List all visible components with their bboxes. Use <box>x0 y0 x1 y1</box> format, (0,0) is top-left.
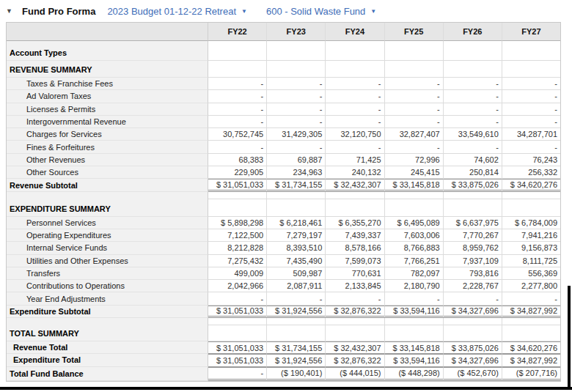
value-cell: 9,156,873 <box>502 242 560 254</box>
value-cell: - <box>385 78 444 90</box>
value-cell: 7,770,267 <box>444 229 502 242</box>
value-cell: $ 31,051,033 <box>208 341 267 354</box>
value-cell: 245,415 <box>385 166 444 179</box>
value-cell <box>267 318 326 325</box>
table-row: Utilities and Other Expenses7,275,4327,4… <box>7 255 560 267</box>
value-cell <box>502 318 560 325</box>
value-cell: 8,111,725 <box>502 255 560 267</box>
value-cell: - <box>444 103 502 116</box>
value-cell: $ 34,620,276 <box>502 179 560 191</box>
table-row: Year End Adjustments------ <box>7 292 560 305</box>
value-cell: - <box>208 116 267 128</box>
row-label: Taxes & Franchise Fees <box>7 78 208 90</box>
budget-version-label: 2023 Budget 01-12-22 Retreat <box>107 6 236 17</box>
value-cell: $ 31,734,155 <box>267 179 326 191</box>
value-cell: $ 6,218,461 <box>267 217 326 229</box>
value-cell: - <box>444 90 502 103</box>
row-label <box>7 192 208 199</box>
row-label <box>7 318 208 325</box>
row-label: Total Fund Balance <box>7 367 208 381</box>
value-cell <box>385 61 444 78</box>
value-cell <box>502 192 560 199</box>
value-cell: $ 34,827,992 <box>502 354 560 366</box>
value-cell: 2,180,790 <box>385 280 444 292</box>
value-cell: 770,631 <box>326 267 384 280</box>
value-cell <box>326 325 384 341</box>
value-cell <box>208 41 267 61</box>
window-border-right <box>568 286 571 390</box>
value-cell: - <box>502 103 560 116</box>
value-cell <box>208 318 267 325</box>
value-cell: 8,212,828 <box>208 242 267 254</box>
value-cell: ($ 207,716) <box>502 367 560 381</box>
row-label: Other Revenues <box>7 154 208 166</box>
table-row: Operating Expenditures7,122,5007,279,197… <box>7 229 560 242</box>
row-label: Operating Expenditures <box>7 229 208 242</box>
value-cell: $ 32,876,322 <box>326 354 384 366</box>
value-cell: $ 33,145,818 <box>385 179 444 191</box>
table-row: Licenses & Permits------ <box>7 103 560 116</box>
value-cell: $ 34,327,696 <box>444 306 502 318</box>
value-cell: 7,937,109 <box>444 255 502 267</box>
value-cell: - <box>267 103 326 116</box>
value-cell: 2,133,845 <box>326 280 384 292</box>
value-cell: 30,752,745 <box>208 128 267 141</box>
value-cell: 68,383 <box>208 154 267 166</box>
value-cell: $ 32,432,307 <box>326 341 384 354</box>
value-cell: - <box>502 116 560 128</box>
value-cell: - <box>444 78 502 90</box>
table-row: Other Revenues68,38369,88771,42572,99674… <box>7 154 560 166</box>
column-header-fy26: FY26 <box>444 23 502 41</box>
value-cell <box>385 318 444 325</box>
row-label: Ad Valorem Taxes <box>7 90 208 103</box>
value-cell: $ 34,827,992 <box>502 306 560 318</box>
value-cell: - <box>208 90 267 103</box>
value-cell: 2,228,767 <box>444 280 502 292</box>
row-label: Transfers <box>7 267 208 280</box>
value-cell: $ 6,784,009 <box>502 217 560 229</box>
table-row: Total Fund Balance-($ 190,401)($ 444,015… <box>7 367 560 381</box>
value-cell: - <box>208 78 267 90</box>
value-cell <box>385 192 444 199</box>
row-label: Personnel Services <box>7 217 208 229</box>
row-label: Account Types <box>7 41 208 61</box>
column-header-fy22: FY22 <box>208 23 267 41</box>
value-cell: 499,009 <box>208 267 267 280</box>
value-cell: $ 33,875,026 <box>444 179 502 191</box>
value-cell <box>444 318 502 325</box>
row-label: Fines & Forfeitures <box>7 141 208 153</box>
column-header-row: FY22FY23FY24FY25FY26FY27 <box>7 23 560 41</box>
collapse-caret-icon[interactable]: ▼ <box>6 7 22 15</box>
value-cell: - <box>208 103 267 116</box>
value-cell: $ 31,924,556 <box>267 354 326 366</box>
table-row: Revenue Total$ 31,051,033$ 31,734,155$ 3… <box>7 341 560 354</box>
table-row: TOTAL SUMMARY <box>7 325 560 341</box>
row-label: EXPENDITURE SUMMARY <box>7 199 208 217</box>
value-cell: $ 33,594,116 <box>385 306 444 318</box>
value-cell <box>444 325 502 341</box>
value-cell <box>444 199 502 217</box>
value-cell <box>502 199 560 217</box>
value-cell <box>267 61 326 78</box>
value-cell <box>502 41 560 61</box>
table-row: Contributions to Operations2,042,9662,08… <box>7 280 560 292</box>
row-label: Charges for Services <box>7 128 208 141</box>
budget-version-dropdown[interactable]: 2023 Budget 01-12-22 Retreat ▼ <box>107 6 247 17</box>
value-cell: 556,369 <box>502 267 560 280</box>
table-row: REVENUE SUMMARY <box>7 61 560 78</box>
value-cell: 74,602 <box>444 154 502 166</box>
value-cell <box>267 192 326 199</box>
value-cell: ($ 190,401) <box>267 367 326 381</box>
row-label: Internal Service Funds <box>7 242 208 254</box>
value-cell: 31,429,305 <box>267 128 326 141</box>
value-cell <box>444 61 502 78</box>
fund-dropdown[interactable]: 600 - Solid Waste Fund ▼ <box>266 6 376 17</box>
value-cell <box>385 199 444 217</box>
value-cell <box>267 325 326 341</box>
value-cell: - <box>267 116 326 128</box>
table-row: Account Types <box>7 41 560 61</box>
value-cell: - <box>267 292 326 305</box>
value-cell: - <box>502 90 560 103</box>
value-cell: $ 33,145,818 <box>385 341 444 354</box>
value-cell <box>208 192 267 199</box>
